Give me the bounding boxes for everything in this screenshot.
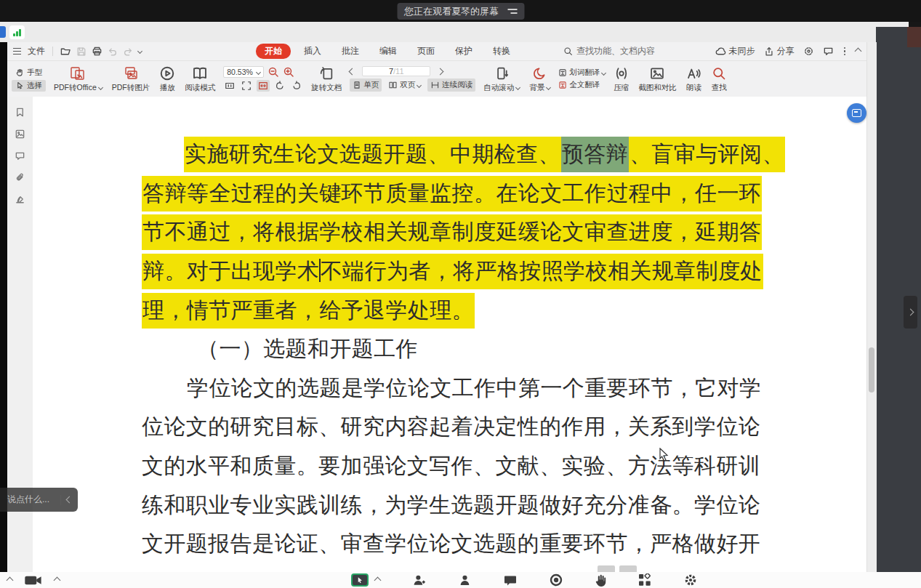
tab-protect[interactable]: 保护: [445, 44, 483, 59]
tab-convert[interactable]: 转换: [483, 44, 520, 59]
play-button[interactable]: 播放: [158, 65, 177, 94]
file-menu[interactable]: 文件: [28, 45, 45, 57]
ribbon-search[interactable]: 查找功能、文档内容: [563, 45, 655, 57]
continuous-read-button[interactable]: 连续阅读: [427, 78, 475, 92]
meeting-bar-left: [7, 572, 60, 588]
select-tool-button[interactable]: 选择: [12, 80, 46, 92]
camera-off-button[interactable]: [24, 574, 43, 587]
ribbon-tabs: 开始 插入 批注 编辑 页面 保护 转换: [256, 44, 520, 59]
feedback-comment-icon[interactable]: [823, 46, 834, 57]
chat-input-pill[interactable]: 说点什么...: [0, 488, 78, 512]
scrollbar-thumb[interactable]: [869, 347, 874, 392]
zoom-group: 80.53%: [223, 66, 303, 92]
undo-icon[interactable]: [108, 47, 118, 57]
moon-icon: [533, 65, 547, 81]
highlighted-text: 理，情节严重者，给予退学处理。: [142, 293, 475, 329]
single-page-button[interactable]: 单页: [350, 78, 382, 92]
record-icon[interactable]: [550, 573, 563, 587]
print-icon[interactable]: [92, 46, 102, 57]
search-placeholder: 查找功能、文档内容: [576, 45, 655, 57]
zoom-out-icon[interactable]: [268, 66, 279, 78]
next-page-icon[interactable]: [437, 68, 444, 75]
actual-size-icon[interactable]: [223, 80, 236, 92]
assistant-float-button[interactable]: [847, 103, 866, 123]
share-screen-button[interactable]: [351, 573, 380, 587]
background-button[interactable]: 背景: [528, 65, 552, 94]
settings-gear-icon[interactable]: [803, 46, 814, 57]
hand-label: 手型: [27, 68, 42, 78]
pdf-to-image-button[interactable]: PDF转图片: [110, 65, 152, 94]
share-options-icon[interactable]: [374, 576, 382, 584]
panel-expand-button[interactable]: [904, 296, 917, 329]
prev-page-icon[interactable]: [349, 68, 356, 75]
sync-status[interactable]: 未同步: [715, 45, 755, 57]
tab-comment[interactable]: 批注: [331, 44, 369, 59]
attachment-icon[interactable]: [15, 172, 25, 183]
double-page-button[interactable]: 双页: [385, 78, 424, 92]
zoom-in-icon[interactable]: [283, 66, 294, 78]
divider: [52, 47, 53, 56]
chat-icon[interactable]: [504, 574, 517, 587]
read-aloud-button[interactable]: 朗读: [685, 65, 704, 94]
tab-home[interactable]: 开始: [256, 44, 291, 59]
hand-tool-button[interactable]: 手型: [12, 67, 46, 78]
tab-insert[interactable]: 插入: [294, 44, 331, 59]
full-translate-button[interactable]: 全文翻译: [558, 80, 606, 90]
save-icon[interactable]: [76, 47, 87, 57]
zoom-level-select[interactable]: 80.53%: [223, 66, 264, 78]
chat-collapse-icon[interactable]: [66, 496, 73, 504]
share-button[interactable]: 分享: [764, 45, 795, 57]
rotate-ccw-icon[interactable]: [273, 80, 286, 92]
meeting-bar: [0, 572, 921, 588]
rotate-doc-button[interactable]: 旋转文档: [310, 65, 343, 94]
more-options-icon[interactable]: [842, 47, 848, 56]
double-page-icon: [388, 81, 398, 89]
screenshot-compare-button[interactable]: 截图和对比: [637, 65, 678, 94]
chat-placeholder: 说点什么...: [7, 494, 49, 506]
rotate-cw-icon[interactable]: [290, 80, 303, 92]
open-file-icon[interactable]: [60, 46, 71, 57]
apps-grid-icon[interactable]: [638, 573, 651, 587]
find-label: 查找: [712, 83, 727, 93]
fit-page-icon[interactable]: [240, 80, 253, 92]
doc-line: 理，情节严重者，给予退学处理。: [142, 291, 773, 330]
expand-left-icon[interactable]: [7, 576, 14, 584]
signature-stamp-icon[interactable]: [15, 194, 25, 205]
collapse-ribbon-icon[interactable]: [855, 48, 862, 55]
play-icon: [159, 65, 175, 81]
participants-icon[interactable]: [459, 574, 471, 587]
compress-label: 压缩: [614, 83, 629, 93]
fit-width-icon[interactable]: [257, 80, 270, 92]
add-participant-icon[interactable]: [413, 574, 427, 587]
rotate-doc-label: 旋转文档: [311, 83, 342, 93]
settings-icon[interactable]: [684, 573, 697, 587]
single-page-icon: [353, 81, 361, 89]
compress-button[interactable]: 压缩: [612, 65, 630, 94]
auto-scroll-label: 自动滚动: [483, 83, 514, 93]
divider: [60, 495, 61, 505]
tab-page[interactable]: 页面: [407, 44, 445, 59]
read-mode-button[interactable]: 阅读模式: [183, 65, 217, 94]
pdf-to-office-button[interactable]: PDF转Office: [52, 65, 104, 94]
cloud-sync-icon: [715, 46, 726, 57]
tab-edit[interactable]: 编辑: [369, 44, 407, 59]
scrollbar[interactable]: [866, 42, 877, 572]
raise-hand-icon[interactable]: [595, 574, 606, 587]
mouse-cursor: [659, 448, 669, 462]
quickbar-dropdown-icon[interactable]: [137, 49, 142, 54]
thumbnails-icon[interactable]: [15, 129, 25, 140]
comments-panel-icon[interactable]: [15, 150, 25, 161]
bookmark-icon[interactable]: [15, 107, 25, 118]
main-menu-icon[interactable]: [13, 48, 21, 55]
doc-heading: （一）选题和开题工作: [142, 330, 773, 369]
find-icon: [712, 65, 726, 81]
auto-scroll-button[interactable]: 自动滚动: [482, 65, 521, 94]
banner-menu-icon[interactable]: [507, 9, 517, 13]
word-translate-button[interactable]: 划词翻译: [558, 68, 606, 78]
redo-icon[interactable]: [123, 47, 133, 57]
page-number-input[interactable]: 7/11: [362, 66, 430, 76]
find-button[interactable]: 查找: [710, 65, 728, 94]
highlighted-text: 辩。对于出现学术不端行为者，将严格按照学校相关规章制度处: [142, 254, 763, 289]
network-signal-icon: [9, 25, 25, 39]
camera-options-icon[interactable]: [54, 576, 61, 584]
